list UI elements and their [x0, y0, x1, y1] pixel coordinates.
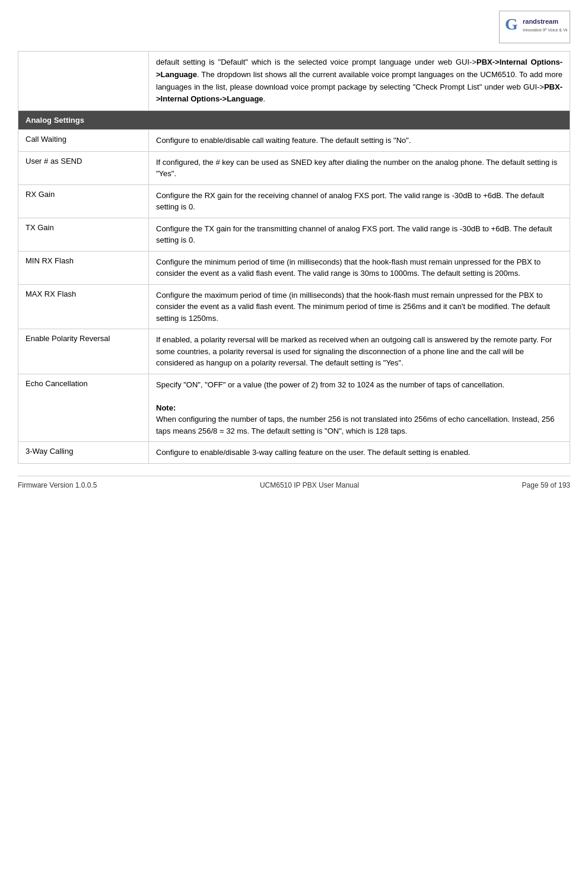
row-label-max-rx-flash: MAX RX Flash	[18, 284, 149, 329]
row-label-call-waiting: Call Waiting	[18, 130, 149, 152]
row-label-user-hash-send: User # as SEND	[18, 151, 149, 184]
row-label-tx-gain: TX Gain	[18, 218, 149, 251]
row-desc-3way-calling: Configure to enable/disable 3-way callin…	[149, 442, 570, 464]
row-label-min-rx-flash: MIN RX Flash	[18, 251, 149, 284]
table-row: User # as SEND If configured, the # key …	[18, 151, 570, 184]
row-desc-min-rx-flash: Configure the minimum period of time (in…	[149, 251, 570, 284]
table-row: Enable Polarity Reversal If enabled, a p…	[18, 329, 570, 374]
echo-text-1: Specify "ON", "OFF" or a value (the powe…	[156, 380, 504, 389]
table-row: TX Gain Configure the TX gain for the tr…	[18, 218, 570, 251]
row-desc-call-waiting: Configure to enable/disable call waiting…	[149, 130, 570, 152]
table-row: MIN RX Flash Configure the minimum perio…	[18, 251, 570, 284]
table-row: 3-Way Calling Configure to enable/disabl…	[18, 442, 570, 464]
echo-note-label: Note:	[156, 403, 176, 412]
footer-center: UCM6510 IP PBX User Manual	[260, 481, 359, 489]
row-desc-user-hash-send: If configured, the # key can be used as …	[149, 151, 570, 184]
main-table: default setting is "Default" which is th…	[18, 51, 570, 464]
grandstream-logo-svg: G randstream Innovative IP Voice & Video	[502, 12, 567, 42]
echo-note-text: When configuring the number of taps, the…	[156, 415, 554, 435]
section-header-row: Analog Settings	[18, 111, 570, 130]
intro-text-3: .	[263, 94, 266, 103]
table-row: Echo Cancellation Specify "ON", "OFF" or…	[18, 374, 570, 442]
table-row: Call Waiting Configure to enable/disable…	[18, 130, 570, 152]
row-desc-tx-gain: Configure the TX gain for the transmitti…	[149, 218, 570, 251]
intro-label-cell	[18, 52, 149, 111]
logo-box: G randstream Innovative IP Voice & Video	[499, 11, 570, 43]
footer-right: Page 59 of 193	[522, 481, 570, 489]
footer: Firmware Version 1.0.0.5 UCM6510 IP PBX …	[18, 476, 570, 489]
row-label-rx-gain: RX Gain	[18, 184, 149, 218]
svg-text:Innovative IP Voice & Video: Innovative IP Voice & Video	[523, 28, 567, 32]
row-desc-rx-gain: Configure the RX gain for the receiving …	[149, 184, 570, 218]
svg-text:G: G	[505, 15, 518, 33]
section-header-cell: Analog Settings	[18, 111, 570, 130]
intro-text-1: default setting is "Default" which is th…	[156, 58, 476, 66]
intro-row: default setting is "Default" which is th…	[18, 52, 570, 111]
row-desc-polarity-reversal: If enabled, a polarity reversal will be …	[149, 329, 570, 374]
page: G randstream Innovative IP Voice & Video…	[0, 0, 588, 872]
row-label-polarity-reversal: Enable Polarity Reversal	[18, 329, 149, 374]
table-row: MAX RX Flash Configure the maximum perio…	[18, 284, 570, 329]
intro-desc-cell: default setting is "Default" which is th…	[149, 52, 570, 111]
row-desc-max-rx-flash: Configure the maximum period of time (in…	[149, 284, 570, 329]
row-label-3way-calling: 3-Way Calling	[18, 442, 149, 464]
intro-text-2: . The dropdown list shows all the curren…	[156, 70, 562, 91]
logo-area: G randstream Innovative IP Voice & Video	[18, 6, 570, 48]
svg-text:randstream: randstream	[523, 18, 558, 25]
row-label-echo-cancellation: Echo Cancellation	[18, 374, 149, 442]
footer-left: Firmware Version 1.0.0.5	[18, 481, 97, 489]
table-row: RX Gain Configure the RX gain for the re…	[18, 184, 570, 218]
row-desc-echo-cancellation: Specify "ON", "OFF" or a value (the powe…	[149, 374, 570, 442]
